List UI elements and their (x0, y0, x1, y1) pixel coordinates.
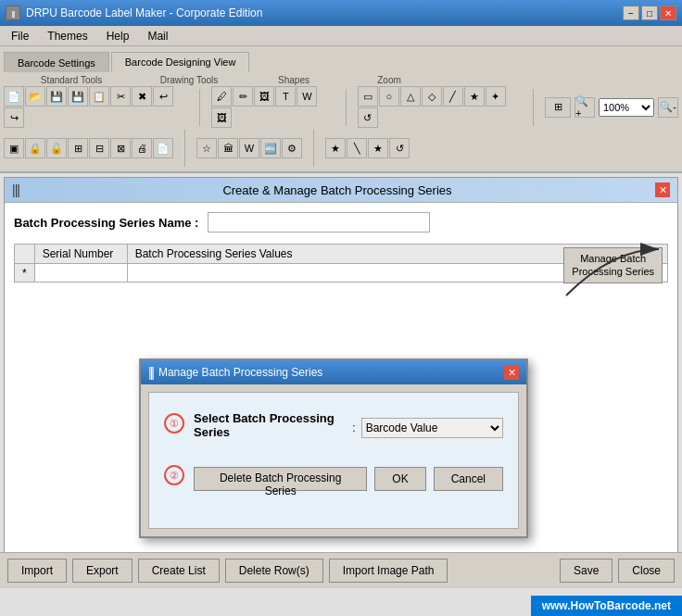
tb-r2-d2[interactable]: 🏛 (218, 138, 238, 158)
toolbar-area: Standard Tools Drawing Tools Shapes Zoom… (0, 72, 682, 173)
import-button[interactable]: Import (7, 559, 67, 583)
menu-bar: File Themes Help Mail (0, 26, 682, 46)
tb-open[interactable]: 📂 (25, 86, 45, 107)
tb-oval[interactable]: ○ (379, 86, 399, 107)
th-empty (15, 245, 35, 264)
step-1-label: Select Batch Processing Series (194, 411, 347, 439)
save-button[interactable]: Save (560, 559, 613, 583)
title-bar: ||| DRPU Barcode Label Maker - Corporate… (0, 0, 682, 26)
tb-diamond[interactable]: ◇ (422, 86, 442, 107)
tb-zoom-fit[interactable]: ⊞ (545, 97, 571, 118)
watermark-bar: www.HowToBarcode.net (531, 596, 682, 616)
tb-r2-7[interactable]: 🖨 (132, 138, 152, 158)
tab-bar: Barcode Settings Barcode Designing View (0, 46, 682, 72)
series-type-select[interactable]: Barcode Value Serial Number Text (361, 418, 503, 438)
modal-dialog: ||| Manage Batch Processing Series ✕ ① S… (139, 358, 528, 538)
tb-new[interactable]: 📄 (4, 86, 24, 107)
drawing-tools-label: Drawing Tools (143, 75, 235, 85)
step-1-content: Select Batch Processing Series : Barcode… (194, 411, 503, 445)
tb-copy[interactable]: 📋 (89, 86, 109, 107)
tb-draw5[interactable]: W (297, 86, 317, 107)
tb-r2-8[interactable]: 📄 (153, 138, 173, 158)
modal-step-2: ② Delete Batch Processing Series OK Canc… (164, 463, 503, 491)
ok-button[interactable]: OK (374, 467, 425, 491)
tb-delete[interactable]: ✖ (132, 86, 152, 107)
tab-barcode-designing[interactable]: Barcode Designing View (111, 52, 250, 72)
step-2-content: Delete Batch Processing Series OK Cancel (194, 463, 503, 491)
panel-barcode-icon: ||| (12, 182, 19, 197)
tb-draw6[interactable]: 🖼 (211, 107, 232, 128)
tb-shape7[interactable]: ✦ (486, 86, 506, 107)
divider-4 (184, 130, 185, 167)
tb-save[interactable]: 💾 (46, 86, 67, 107)
barcode-icon-text: ||| (11, 9, 14, 18)
divider-2 (346, 89, 347, 126)
tb-zoom-out[interactable]: 🔍- (658, 97, 678, 118)
standard-tools-label: Standard Tools (7, 75, 135, 85)
tb-r2-2[interactable]: 🔒 (25, 138, 45, 158)
tb-star[interactable]: ★ (464, 86, 485, 107)
bottom-left-buttons: Import Export Create List Delete Row(s) … (7, 559, 448, 583)
cancel-button[interactable]: Cancel (434, 467, 503, 491)
tb-undo[interactable]: ↩ (153, 86, 173, 107)
tb-draw3[interactable]: 🖼 (254, 86, 274, 107)
delete-rows-button[interactable]: Delete Row(s) (225, 559, 323, 583)
import-image-button[interactable]: Import Image Path (329, 559, 448, 583)
modal-title-text: Manage Batch Processing Series (158, 366, 322, 379)
tb-r2-3[interactable]: 🔓 (46, 138, 67, 158)
tb-r2-d3[interactable]: W (239, 138, 259, 158)
tb-r2-s2[interactable]: ╲ (347, 138, 367, 158)
minimize-button[interactable]: − (623, 6, 639, 20)
maximize-button[interactable]: □ (641, 6, 658, 20)
tb-r2-1[interactable]: ▣ (4, 138, 24, 158)
close-button[interactable]: Close (618, 559, 675, 583)
zoom-select[interactable]: 100% 75% 150% (599, 98, 654, 117)
zoom-label: Zoom (352, 75, 426, 85)
zoom-control: ⊞ 🔍+ 100% 75% 150% 🔍- (545, 97, 678, 118)
tb-r2-d4[interactable]: 🔤 (260, 138, 281, 158)
tab-barcode-settings[interactable]: Barcode Settings (4, 52, 109, 72)
tb-line[interactable]: ╱ (443, 86, 463, 107)
menu-mail[interactable]: Mail (140, 28, 175, 44)
tb-r2-s3[interactable]: ★ (368, 138, 388, 158)
watermark-text: www.HowToBarcode.net (542, 599, 671, 612)
bottom-bar: Import Export Create List Delete Row(s) … (0, 552, 682, 588)
tb-draw4[interactable]: T (275, 86, 296, 107)
tb-r2-6[interactable]: ⊠ (110, 138, 131, 158)
app-title: DRPU Barcode Label Maker - Corporate Edi… (26, 6, 262, 19)
serial-cell[interactable] (34, 264, 127, 283)
delete-series-button[interactable]: Delete Batch Processing Series (194, 467, 367, 491)
step-1-colon: : (352, 421, 355, 434)
app-icon: ||| (6, 6, 20, 20)
menu-themes[interactable]: Themes (40, 28, 95, 44)
manage-batch-button[interactable]: Manage Batch Processing Series (563, 247, 663, 283)
menu-file[interactable]: File (4, 28, 36, 44)
panel-close-button[interactable]: ✕ (655, 182, 670, 197)
create-list-button[interactable]: Create List (138, 559, 220, 583)
tb-rect[interactable]: ▭ (358, 86, 378, 107)
tb-r2-5[interactable]: ⊟ (89, 138, 109, 158)
menu-help[interactable]: Help (99, 28, 137, 44)
tb-r2-d1[interactable]: ☆ (196, 138, 217, 158)
tb-r2-s4[interactable]: ↺ (389, 138, 410, 158)
tb-shape8[interactable]: ↺ (358, 107, 378, 128)
tb-save2[interactable]: 💾 (68, 86, 88, 107)
tb-r2-s1[interactable]: ★ (325, 138, 346, 158)
tb-zoom-in[interactable]: 🔍+ (575, 97, 595, 118)
close-button[interactable]: ✕ (660, 6, 676, 20)
tb-draw2[interactable]: ✏ (233, 86, 253, 107)
panel-body: Batch Processing Series Name : Manage Ba… (5, 203, 677, 292)
export-button[interactable]: Export (72, 559, 133, 583)
tb-redo[interactable]: ↪ (4, 107, 24, 128)
panel-title: Create & Manage Batch Processing Series (19, 183, 655, 197)
tb-r2-4[interactable]: ⊞ (68, 138, 88, 158)
tb-triangle[interactable]: △ (400, 86, 421, 107)
tb-cut[interactable]: ✂ (110, 86, 131, 107)
batch-name-input[interactable] (208, 212, 430, 233)
tb-r2-d5[interactable]: ⚙ (282, 138, 302, 158)
tb-draw1[interactable]: 🖊 (211, 86, 232, 107)
modal-close-button[interactable]: ✕ (504, 365, 519, 380)
modal-action-buttons: Delete Batch Processing Series OK Cancel (194, 467, 503, 491)
panel-title-bar: ||| Create & Manage Batch Processing Ser… (5, 178, 677, 203)
divider-5 (313, 130, 314, 167)
